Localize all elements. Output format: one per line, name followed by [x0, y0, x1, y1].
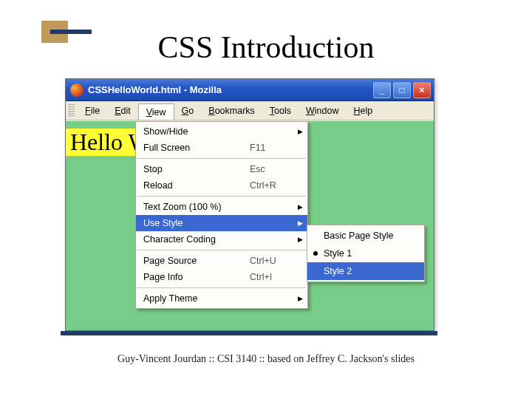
menu-separator: [137, 287, 306, 288]
style-option-style2[interactable]: Style 2: [307, 262, 424, 280]
menubar: File Edit View Go Bookmarks Tools Window…: [66, 101, 434, 120]
toolbar-grip[interactable]: [69, 104, 75, 117]
menu-edit[interactable]: Edit: [107, 101, 138, 120]
menu-file[interactable]: File: [78, 101, 107, 120]
selected-dot-icon: [313, 251, 318, 256]
style-option-style1[interactable]: Style 1: [307, 245, 424, 262]
menuitem-stop[interactable]: Stop Esc: [136, 161, 307, 177]
slide-underline: [61, 331, 437, 335]
menuitem-page-info[interactable]: Page Info Ctrl+I: [136, 269, 307, 285]
menuitem-character-coding[interactable]: Character Coding ▶: [136, 231, 307, 248]
menu-window[interactable]: Window: [299, 101, 346, 120]
page-viewport: Hello W Show/Hide ▶ Full Screen F11 Stop…: [66, 121, 434, 330]
window-title: CSSHelloWorld.html - Mozilla: [88, 84, 373, 95]
menuitem-full-screen[interactable]: Full Screen F11: [136, 140, 307, 156]
submenu-arrow-icon: ▶: [298, 203, 303, 211]
menuitem-show-hide[interactable]: Show/Hide ▶: [136, 123, 307, 140]
submenu-arrow-icon: ▶: [298, 236, 303, 243]
menu-help[interactable]: Help: [346, 101, 380, 120]
titlebar: CSSHelloWorld.html - Mozilla _ □ ×: [66, 79, 434, 101]
menu-go[interactable]: Go: [174, 101, 202, 120]
minimize-button[interactable]: _: [373, 82, 391, 98]
slide-title: CSS Introduction: [0, 30, 532, 65]
menu-tools[interactable]: Tools: [262, 101, 299, 120]
menuitem-page-source[interactable]: Page Source Ctrl+U: [136, 253, 307, 269]
slide-footer: Guy-Vincent Jourdan :: CSI 3140 :: based…: [0, 353, 532, 365]
window-buttons: _ □ ×: [373, 82, 431, 98]
close-button[interactable]: ×: [413, 82, 431, 98]
mozilla-icon: [70, 83, 83, 97]
menu-separator: [137, 158, 306, 159]
browser-window: CSSHelloWorld.html - Mozilla _ □ × File …: [65, 78, 434, 331]
menu-view[interactable]: View: [138, 103, 174, 120]
menuitem-reload[interactable]: Reload Ctrl+R: [136, 177, 307, 194]
submenu-arrow-icon: ▶: [298, 219, 303, 227]
menuitem-apply-theme[interactable]: Apply Theme ▶: [136, 290, 307, 307]
menu-separator: [137, 196, 306, 197]
submenu-arrow-icon: ▶: [298, 295, 303, 302]
use-style-submenu: Basic Page Style Style 1 Style 2: [307, 225, 425, 282]
style-option-basic[interactable]: Basic Page Style: [307, 227, 424, 245]
view-dropdown: Show/Hide ▶ Full Screen F11 Stop Esc Rel…: [135, 121, 308, 309]
menuitem-use-style[interactable]: Use Style ▶: [136, 215, 307, 231]
maximize-button[interactable]: □: [393, 82, 411, 98]
menu-separator: [137, 250, 306, 250]
menuitem-text-zoom[interactable]: Text Zoom (100 %) ▶: [136, 199, 307, 215]
menu-bookmarks[interactable]: Bookmarks: [201, 101, 262, 120]
submenu-arrow-icon: ▶: [298, 128, 303, 135]
